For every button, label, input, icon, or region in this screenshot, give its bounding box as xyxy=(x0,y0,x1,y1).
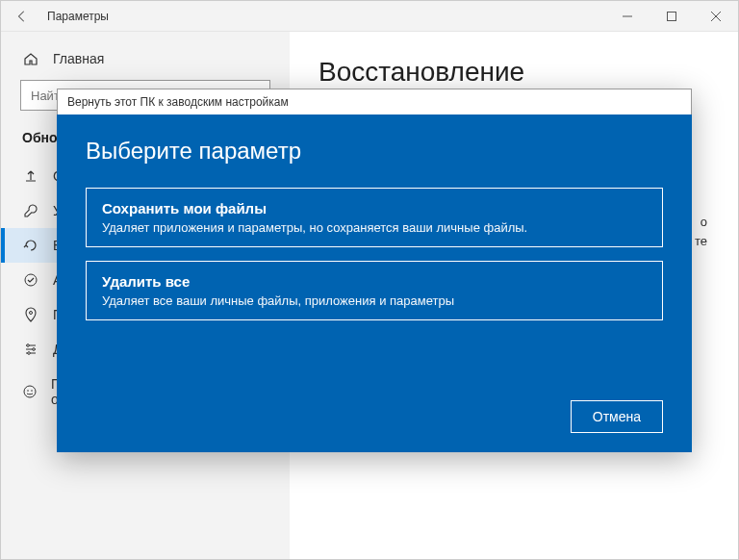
svg-rect-1 xyxy=(668,12,676,20)
svg-point-7 xyxy=(33,348,36,351)
svg-point-9 xyxy=(24,386,36,397)
option-desc: Удаляет приложения и параметры, но сохра… xyxy=(102,220,647,235)
dialog-title: Вернуть этот ПК к заводским настройкам xyxy=(57,89,692,115)
sliders-icon xyxy=(22,342,39,357)
option-title: Удалить все xyxy=(102,273,647,290)
dialog-heading: Выберите параметр xyxy=(86,138,663,165)
svg-point-6 xyxy=(27,344,30,347)
option-title: Сохранить мои файлы xyxy=(102,200,647,216)
sidebar-home[interactable]: Главная xyxy=(1,43,290,80)
minimize-button[interactable] xyxy=(605,1,650,32)
insider-icon xyxy=(22,384,38,399)
svg-point-11 xyxy=(31,390,33,392)
maximize-button[interactable] xyxy=(650,1,694,32)
back-button[interactable] xyxy=(1,1,43,32)
option-desc: Удаляет все ваши личные файлы, приложени… xyxy=(102,293,647,308)
option-remove-everything[interactable]: Удалить все Удаляет все ваши личные файл… xyxy=(86,261,663,320)
location-icon xyxy=(22,307,39,322)
wrench-icon xyxy=(22,203,39,218)
window-title: Параметры xyxy=(43,10,605,23)
svg-point-10 xyxy=(27,390,29,392)
page-title: Восстановление xyxy=(319,57,709,88)
upload-icon xyxy=(22,168,39,184)
close-button[interactable] xyxy=(694,1,738,32)
sidebar-home-label: Главная xyxy=(53,51,104,66)
svg-point-8 xyxy=(28,352,31,355)
option-keep-files[interactable]: Сохранить мои файлы Удаляет приложения и… xyxy=(86,188,663,247)
svg-point-4 xyxy=(25,274,37,286)
home-icon xyxy=(22,51,39,66)
reset-pc-dialog: Вернуть этот ПК к заводским настройкам В… xyxy=(57,89,692,452)
titlebar: Параметры xyxy=(1,1,738,32)
svg-point-5 xyxy=(30,312,33,315)
cancel-button[interactable]: Отмена xyxy=(571,400,663,433)
recovery-icon xyxy=(22,238,39,253)
check-icon xyxy=(22,272,39,288)
